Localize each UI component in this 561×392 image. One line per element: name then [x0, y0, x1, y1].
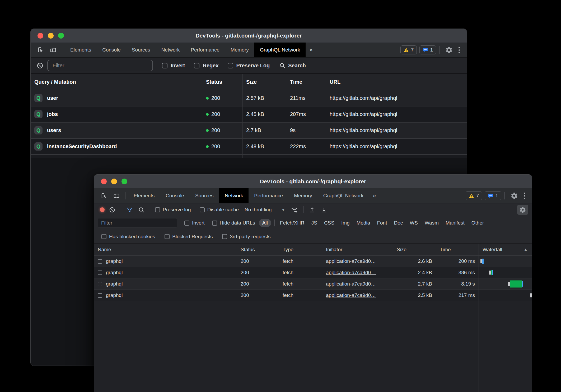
type-filter-css[interactable]: CSS — [324, 220, 334, 226]
regex-toggle[interactable]: Regex — [194, 63, 218, 69]
tab-network[interactable]: Network — [219, 188, 249, 203]
blocked-requests-toggle[interactable]: Blocked Requests — [165, 234, 213, 240]
request-row[interactable]: graphql200fetchapplication-a7ca9d0…2.5 k… — [94, 290, 532, 301]
checkbox[interactable] — [194, 63, 199, 68]
request-row[interactable]: graphql200fetchapplication-a7ca9d0…2.4 k… — [94, 267, 532, 278]
row-checkbox[interactable] — [98, 259, 102, 264]
column-header-waterfall[interactable]: Waterfall▲ — [479, 244, 532, 255]
tab-memory[interactable]: Memory — [288, 188, 318, 203]
tab-memory[interactable]: Memory — [225, 43, 254, 57]
column-header-size[interactable]: Size — [242, 74, 286, 90]
gear-icon[interactable] — [443, 46, 455, 54]
tab-performance[interactable]: Performance — [249, 188, 288, 203]
row-checkbox[interactable] — [98, 293, 102, 298]
column-header-name[interactable]: Name — [94, 244, 237, 255]
hide-data-urls-toggle[interactable]: Hide data URLs — [212, 220, 255, 226]
waterfall-cell[interactable] — [479, 290, 532, 301]
type-filter-other[interactable]: Other — [471, 220, 484, 226]
clear-icon[interactable] — [106, 207, 118, 213]
warnings-badge[interactable]: 7 — [400, 45, 417, 54]
column-header-time[interactable]: Time — [286, 74, 326, 90]
query-row-instancesecuritydashboard[interactable]: QinstanceSecurityDashboard2002.48 kB222m… — [31, 139, 467, 155]
tab-console[interactable]: Console — [160, 188, 190, 203]
gear-icon[interactable] — [508, 192, 521, 199]
more-tabs-chevron[interactable]: » — [369, 188, 380, 203]
request-row[interactable]: graphql200fetchapplication-a7ca9d0…2.6 k… — [94, 256, 532, 267]
checkbox[interactable] — [228, 63, 233, 68]
filter-input[interactable] — [47, 60, 153, 71]
inspect-icon[interactable] — [35, 43, 47, 57]
type-filter-media[interactable]: Media — [357, 220, 370, 226]
query-row-users[interactable]: Qusers2002.7 kB9shttps://gitlab.com/api/… — [31, 123, 467, 139]
request-row[interactable]: graphql200fetchapplication-a7ca9d0…2.7 k… — [94, 278, 532, 290]
checkbox[interactable] — [165, 234, 170, 239]
initiator-link[interactable]: application-a7ca9d0… — [326, 292, 376, 298]
titlebar[interactable]: DevTools - gitlab.com/-/graphql-explorer — [94, 175, 532, 188]
column-header-status[interactable]: Status — [237, 244, 279, 255]
funnel-filter-icon[interactable] — [124, 207, 135, 213]
checkbox[interactable] — [155, 207, 160, 212]
column-header-status[interactable]: Status — [202, 74, 242, 90]
issues-badge[interactable]: 1 — [419, 45, 436, 54]
preserve-log-toggle[interactable]: Preserve log — [155, 207, 191, 213]
type-filter-ws[interactable]: WS — [410, 220, 418, 226]
type-filter-all[interactable]: All — [259, 219, 271, 227]
warnings-badge[interactable]: 7 — [466, 191, 482, 200]
checkbox[interactable] — [184, 221, 189, 226]
column-header-time[interactable]: Time — [436, 244, 479, 255]
invert-toggle[interactable]: Invert — [162, 63, 185, 69]
invert-toggle[interactable]: Invert — [184, 220, 205, 226]
column-header-size[interactable]: Size — [393, 244, 436, 255]
row-checkbox[interactable] — [98, 270, 102, 275]
waterfall-cell[interactable] — [479, 256, 532, 267]
initiator-link[interactable]: application-a7ca9d0… — [326, 270, 376, 276]
row-checkbox[interactable] — [98, 282, 102, 286]
type-filter-manifest[interactable]: Manifest — [446, 220, 465, 226]
record-icon[interactable] — [100, 207, 105, 212]
kebab-menu-icon[interactable] — [521, 193, 528, 199]
throttling-select[interactable]: No throttling ▾ — [245, 207, 284, 213]
query-row-user[interactable]: Quser2002.57 kB211mshttps://gitlab.com/a… — [31, 90, 467, 106]
tab-elements[interactable]: Elements — [128, 188, 160, 203]
checkbox[interactable] — [222, 234, 227, 239]
tab-network[interactable]: Network — [156, 43, 185, 57]
type-filter-js[interactable]: JS — [311, 220, 317, 226]
tab-graphql-network[interactable]: GraphQL Network — [318, 188, 369, 203]
disable-cache-toggle[interactable]: Disable cache — [200, 207, 239, 213]
column-header-type[interactable]: Type — [279, 244, 322, 255]
type-filter-font[interactable]: Font — [377, 220, 387, 226]
waterfall-cell[interactable] — [479, 267, 532, 278]
device-toolbar-icon[interactable] — [110, 188, 123, 203]
checkbox[interactable] — [162, 63, 167, 68]
search-icon[interactable] — [135, 207, 147, 213]
column-header-initiator[interactable]: Initiator — [322, 244, 393, 255]
issues-badge[interactable]: 1 — [485, 191, 501, 200]
waterfall-cell[interactable] — [479, 278, 532, 290]
network-settings-button[interactable] — [517, 205, 528, 215]
query-row-jobs[interactable]: Qjobs2002.45 kB207mshttps://gitlab.com/a… — [31, 106, 467, 123]
tab-sources[interactable]: Sources — [126, 43, 156, 57]
checkbox[interactable] — [200, 207, 205, 212]
import-har-icon[interactable] — [306, 207, 318, 213]
tab-elements[interactable]: Elements — [65, 43, 97, 57]
tab-graphql-network[interactable]: GraphQL Network — [254, 43, 306, 57]
type-filter-doc[interactable]: Doc — [394, 220, 403, 226]
type-filter-wasm[interactable]: Wasm — [425, 220, 439, 226]
filter-input[interactable] — [98, 218, 177, 228]
inspect-icon[interactable] — [98, 188, 110, 203]
type-filter-fetch-xhr[interactable]: Fetch/XHR — [280, 220, 305, 226]
titlebar[interactable]: DevTools - gitlab.com/-/graphql-explorer — [31, 29, 467, 43]
more-tabs-chevron[interactable]: » — [306, 43, 316, 57]
type-filter-img[interactable]: Img — [341, 220, 350, 226]
device-toolbar-icon[interactable] — [47, 43, 59, 57]
block-icon[interactable] — [36, 62, 44, 69]
kebab-menu-icon[interactable] — [455, 47, 463, 53]
checkbox[interactable] — [212, 221, 217, 226]
search-button[interactable]: Search — [279, 62, 306, 69]
tab-sources[interactable]: Sources — [190, 188, 219, 203]
column-header-url[interactable]: URL — [326, 74, 467, 90]
initiator-link[interactable]: application-a7ca9d0… — [326, 258, 376, 264]
has-blocked-cookies-toggle[interactable]: Has blocked cookies — [101, 234, 155, 240]
column-header-query-mutation[interactable]: Query / Mutation — [31, 74, 202, 90]
tab-console[interactable]: Console — [97, 43, 126, 57]
